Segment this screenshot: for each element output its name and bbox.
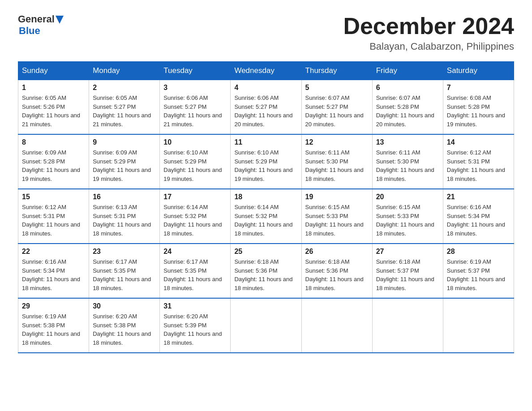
day-number: 10	[163, 138, 227, 146]
day-number: 8	[22, 138, 85, 146]
logo: General Blue	[18, 13, 64, 37]
calendar-cell: 17 Sunrise: 6:14 AMSunset: 5:32 PMDaylig…	[160, 189, 231, 244]
calendar-cell: 12 Sunrise: 6:11 AMSunset: 5:30 PMDaylig…	[301, 134, 372, 189]
page-header: General Blue December 2024 Balayan, Cala…	[18, 13, 514, 52]
calendar-cell: 15 Sunrise: 6:12 AMSunset: 5:31 PMDaylig…	[18, 189, 89, 244]
calendar-table: SundayMondayTuesdayWednesdayThursdayFrid…	[18, 61, 514, 353]
calendar-cell: 10 Sunrise: 6:10 AMSunset: 5:29 PMDaylig…	[160, 134, 231, 189]
day-info: Sunrise: 6:06 AMSunset: 5:27 PMDaylight:…	[163, 94, 227, 128]
calendar-cell: 14 Sunrise: 6:12 AMSunset: 5:31 PMDaylig…	[443, 134, 514, 189]
day-info: Sunrise: 6:20 AMSunset: 5:38 PMDaylight:…	[93, 312, 156, 347]
calendar-week-row: 15 Sunrise: 6:12 AMSunset: 5:31 PMDaylig…	[18, 189, 514, 244]
day-info: Sunrise: 6:12 AMSunset: 5:31 PMDaylight:…	[447, 148, 510, 183]
day-number: 28	[447, 248, 510, 256]
day-info: Sunrise: 6:17 AMSunset: 5:35 PMDaylight:…	[163, 257, 227, 292]
day-info: Sunrise: 6:11 AMSunset: 5:30 PMDaylight:…	[376, 148, 439, 183]
header-saturday: Saturday	[443, 62, 514, 80]
calendar-cell	[443, 298, 514, 353]
day-info: Sunrise: 6:18 AMSunset: 5:36 PMDaylight:…	[305, 257, 369, 292]
day-number: 6	[376, 84, 439, 92]
calendar-cell: 21 Sunrise: 6:16 AMSunset: 5:34 PMDaylig…	[443, 189, 514, 244]
day-info: Sunrise: 6:14 AMSunset: 5:32 PMDaylight:…	[234, 203, 297, 238]
day-number: 18	[234, 193, 297, 201]
calendar-week-row: 22 Sunrise: 6:16 AMSunset: 5:34 PMDaylig…	[18, 244, 514, 298]
calendar-cell	[231, 298, 301, 353]
day-info: Sunrise: 6:10 AMSunset: 5:29 PMDaylight:…	[163, 148, 227, 183]
day-number: 25	[234, 248, 297, 256]
day-number: 9	[93, 138, 156, 146]
day-number: 22	[22, 248, 85, 256]
calendar-cell: 29 Sunrise: 6:19 AMSunset: 5:38 PMDaylig…	[18, 298, 89, 353]
day-number: 11	[234, 138, 297, 146]
calendar-week-row: 8 Sunrise: 6:09 AMSunset: 5:28 PMDayligh…	[18, 134, 514, 189]
day-info: Sunrise: 6:19 AMSunset: 5:38 PMDaylight:…	[22, 312, 85, 347]
day-number: 23	[93, 248, 156, 256]
day-info: Sunrise: 6:06 AMSunset: 5:27 PMDaylight:…	[234, 94, 297, 128]
day-number: 14	[447, 138, 510, 146]
calendar-cell: 7 Sunrise: 6:08 AMSunset: 5:28 PMDayligh…	[443, 80, 514, 135]
day-number: 4	[234, 84, 297, 92]
day-number: 21	[447, 193, 510, 201]
day-info: Sunrise: 6:17 AMSunset: 5:35 PMDaylight:…	[93, 257, 156, 292]
calendar-cell: 22 Sunrise: 6:16 AMSunset: 5:34 PMDaylig…	[18, 244, 89, 298]
calendar-cell: 1 Sunrise: 6:05 AMSunset: 5:26 PMDayligh…	[18, 80, 89, 135]
calendar-cell: 19 Sunrise: 6:15 AMSunset: 5:33 PMDaylig…	[301, 189, 372, 244]
calendar-cell: 6 Sunrise: 6:07 AMSunset: 5:28 PMDayligh…	[372, 80, 443, 135]
day-number: 24	[163, 248, 227, 256]
calendar-cell: 11 Sunrise: 6:10 AMSunset: 5:29 PMDaylig…	[231, 134, 301, 189]
calendar-cell: 24 Sunrise: 6:17 AMSunset: 5:35 PMDaylig…	[160, 244, 231, 298]
logo-triangle-icon	[56, 16, 64, 24]
calendar-cell: 31 Sunrise: 6:20 AMSunset: 5:39 PMDaylig…	[160, 298, 231, 353]
logo-blue: Blue	[19, 25, 40, 37]
header-wednesday: Wednesday	[231, 62, 301, 80]
day-number: 27	[376, 248, 439, 256]
day-number: 3	[163, 84, 227, 92]
day-number: 2	[93, 84, 156, 92]
day-info: Sunrise: 6:15 AMSunset: 5:33 PMDaylight:…	[376, 203, 439, 238]
calendar-subtitle: Balayan, Calabarzon, Philippines	[343, 41, 514, 52]
calendar-cell: 18 Sunrise: 6:14 AMSunset: 5:32 PMDaylig…	[231, 189, 301, 244]
day-info: Sunrise: 6:16 AMSunset: 5:34 PMDaylight:…	[447, 203, 510, 238]
day-info: Sunrise: 6:18 AMSunset: 5:37 PMDaylight:…	[376, 257, 439, 292]
day-number: 5	[305, 84, 369, 92]
calendar-week-row: 1 Sunrise: 6:05 AMSunset: 5:26 PMDayligh…	[18, 80, 514, 135]
header-sunday: Sunday	[18, 62, 89, 80]
header-tuesday: Tuesday	[160, 62, 231, 80]
calendar-title: December 2024	[343, 13, 514, 39]
day-info: Sunrise: 6:09 AMSunset: 5:28 PMDaylight:…	[22, 148, 85, 183]
day-info: Sunrise: 6:09 AMSunset: 5:29 PMDaylight:…	[93, 148, 156, 183]
calendar-cell: 16 Sunrise: 6:13 AMSunset: 5:31 PMDaylig…	[89, 189, 160, 244]
day-info: Sunrise: 6:12 AMSunset: 5:31 PMDaylight:…	[22, 203, 85, 238]
title-block: December 2024 Balayan, Calabarzon, Phili…	[343, 13, 514, 52]
calendar-cell: 3 Sunrise: 6:06 AMSunset: 5:27 PMDayligh…	[160, 80, 231, 135]
calendar-cell: 9 Sunrise: 6:09 AMSunset: 5:29 PMDayligh…	[89, 134, 160, 189]
svg-marker-0	[56, 16, 64, 24]
calendar-cell: 27 Sunrise: 6:18 AMSunset: 5:37 PMDaylig…	[372, 244, 443, 298]
calendar-cell: 28 Sunrise: 6:19 AMSunset: 5:37 PMDaylig…	[443, 244, 514, 298]
calendar-cell: 30 Sunrise: 6:20 AMSunset: 5:38 PMDaylig…	[89, 298, 160, 353]
day-info: Sunrise: 6:11 AMSunset: 5:30 PMDaylight:…	[305, 148, 369, 183]
day-info: Sunrise: 6:15 AMSunset: 5:33 PMDaylight:…	[305, 203, 369, 238]
day-info: Sunrise: 6:14 AMSunset: 5:32 PMDaylight:…	[163, 203, 227, 238]
header-friday: Friday	[372, 62, 443, 80]
header-thursday: Thursday	[301, 62, 372, 80]
calendar-header-row: SundayMondayTuesdayWednesdayThursdayFrid…	[18, 62, 514, 80]
calendar-week-row: 29 Sunrise: 6:19 AMSunset: 5:38 PMDaylig…	[18, 298, 514, 353]
day-number: 26	[305, 248, 369, 256]
day-info: Sunrise: 6:10 AMSunset: 5:29 PMDaylight:…	[234, 148, 297, 183]
day-info: Sunrise: 6:20 AMSunset: 5:39 PMDaylight:…	[163, 312, 227, 347]
logo-general: General	[18, 13, 55, 25]
calendar-cell: 23 Sunrise: 6:17 AMSunset: 5:35 PMDaylig…	[89, 244, 160, 298]
day-info: Sunrise: 6:16 AMSunset: 5:34 PMDaylight:…	[22, 257, 85, 292]
day-number: 30	[93, 302, 156, 310]
calendar-cell: 4 Sunrise: 6:06 AMSunset: 5:27 PMDayligh…	[231, 80, 301, 135]
calendar-cell: 8 Sunrise: 6:09 AMSunset: 5:28 PMDayligh…	[18, 134, 89, 189]
day-number: 16	[93, 193, 156, 201]
calendar-cell: 20 Sunrise: 6:15 AMSunset: 5:33 PMDaylig…	[372, 189, 443, 244]
calendar-cell: 2 Sunrise: 6:05 AMSunset: 5:27 PMDayligh…	[89, 80, 160, 135]
day-number: 15	[22, 193, 85, 201]
day-number: 19	[305, 193, 369, 201]
calendar-cell: 26 Sunrise: 6:18 AMSunset: 5:36 PMDaylig…	[301, 244, 372, 298]
calendar-cell	[372, 298, 443, 353]
day-info: Sunrise: 6:07 AMSunset: 5:27 PMDaylight:…	[305, 94, 369, 128]
